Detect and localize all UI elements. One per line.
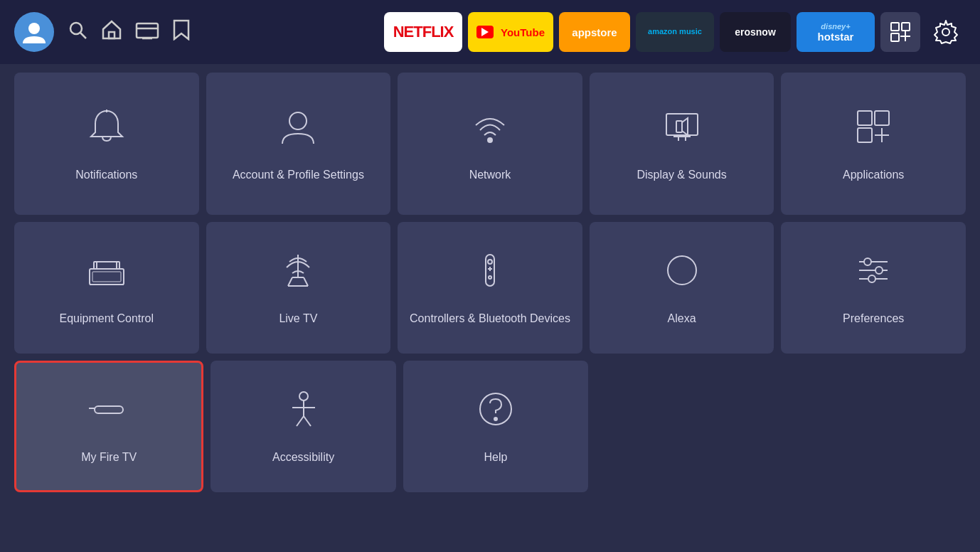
svg-rect-22 — [858, 111, 872, 125]
svg-rect-23 — [875, 111, 889, 125]
grid-row-3: My Fire TV Accessibility — [14, 361, 966, 492]
grid-row-2: Equipment Control Live TV — [14, 222, 966, 354]
hotstar-bottom-label: hotstar — [818, 31, 854, 43]
svg-line-56 — [304, 416, 311, 426]
hotstar-app-button[interactable]: disney+ hotstar — [797, 12, 875, 52]
svg-point-48 — [875, 267, 883, 274]
notifications-label: Notifications — [68, 168, 144, 183]
my-fire-tv-label: My Fire TV — [74, 450, 144, 465]
alexa-tile[interactable]: Alexa — [590, 222, 774, 354]
youtube-play-icon — [476, 26, 494, 38]
hotstar-top-label: disney+ — [821, 22, 850, 31]
avatar[interactable] — [14, 12, 54, 52]
svg-rect-8 — [891, 23, 899, 31]
network-icon — [469, 105, 511, 156]
help-label: Help — [477, 450, 515, 465]
network-tile[interactable]: Network — [398, 73, 582, 215]
header: NETFLIX YouTube appstore amazon music er… — [0, 0, 980, 64]
svg-point-58 — [494, 418, 497, 420]
svg-point-42 — [489, 276, 491, 279]
svg-point-16 — [488, 138, 492, 142]
svg-line-36 — [288, 277, 292, 286]
settings-grid: Notifications Account & Profile Settings — [0, 64, 980, 501]
grid-row-1: Notifications Account & Profile Settings — [14, 73, 966, 215]
netflix-label: NETFLIX — [393, 23, 454, 41]
svg-rect-24 — [858, 128, 872, 142]
home-icon[interactable] — [101, 19, 122, 46]
svg-point-39 — [488, 260, 492, 264]
svg-rect-9 — [902, 23, 910, 31]
appstore-label: appstore — [572, 26, 617, 38]
alexa-label: Alexa — [661, 312, 703, 327]
applications-icon — [852, 105, 895, 156]
equipment-control-tile[interactable]: Equipment Control — [14, 222, 199, 354]
svg-line-2 — [80, 33, 86, 38]
amazon-music-label: amazon music — [648, 27, 702, 36]
amazon-music-app-button[interactable]: amazon music — [636, 12, 714, 52]
display-sounds-icon — [661, 105, 703, 156]
svg-line-37 — [304, 277, 308, 286]
controllers-bluetooth-tile[interactable]: Controllers & Bluetooth Devices — [398, 222, 582, 354]
svg-rect-10 — [891, 33, 899, 41]
live-tv-label: Live TV — [272, 312, 324, 327]
grid-button[interactable] — [880, 12, 920, 52]
applications-tile[interactable]: Applications — [781, 73, 966, 215]
live-tv-tile[interactable]: Live TV — [206, 222, 391, 354]
account-profile-icon — [277, 105, 319, 156]
account-profile-label: Account & Profile Settings — [225, 168, 371, 183]
empty-space — [595, 361, 966, 492]
network-label: Network — [462, 168, 518, 183]
svg-point-1 — [70, 23, 82, 34]
applications-label: Applications — [836, 168, 911, 183]
bookmark-icon[interactable] — [172, 19, 191, 46]
preferences-label: Preferences — [836, 312, 911, 327]
accessibility-tile[interactable]: Accessibility — [211, 361, 395, 492]
svg-line-55 — [297, 416, 304, 426]
youtube-app-button[interactable]: YouTube — [468, 12, 553, 52]
svg-rect-30 — [94, 262, 119, 269]
tv-icon[interactable] — [135, 19, 159, 46]
appstore-app-button[interactable]: appstore — [559, 12, 630, 52]
svg-point-43 — [668, 256, 696, 285]
svg-point-52 — [299, 392, 308, 400]
display-sounds-tile[interactable]: Display & Sounds — [590, 73, 774, 215]
equipment-control-icon — [85, 249, 128, 300]
my-fire-tv-tile[interactable]: My Fire TV — [14, 361, 203, 492]
preferences-icon — [852, 249, 895, 300]
notifications-icon — [85, 105, 128, 156]
svg-point-47 — [864, 258, 871, 265]
notifications-tile[interactable]: Notifications — [14, 73, 199, 215]
display-sounds-label: Display & Sounds — [629, 168, 733, 183]
svg-point-0 — [28, 23, 40, 34]
svg-rect-28 — [92, 272, 121, 282]
header-apps: NETFLIX YouTube appstore amazon music er… — [384, 12, 966, 52]
svg-point-49 — [868, 275, 875, 282]
controllers-bluetooth-label: Controllers & Bluetooth Devices — [403, 312, 577, 327]
settings-button[interactable] — [926, 12, 966, 52]
preferences-tile[interactable]: Preferences — [781, 222, 966, 354]
account-profile-tile[interactable]: Account & Profile Settings — [206, 73, 391, 215]
svg-point-13 — [942, 28, 949, 36]
help-tile[interactable]: Help — [403, 361, 588, 492]
netflix-app-button[interactable]: NETFLIX — [384, 12, 462, 52]
accessibility-label: Accessibility — [265, 450, 341, 465]
accessibility-icon — [282, 388, 325, 439]
svg-rect-3 — [109, 32, 114, 38]
alexa-icon — [661, 249, 703, 300]
svg-rect-4 — [137, 23, 158, 38]
youtube-label: YouTube — [501, 26, 545, 38]
help-icon — [474, 388, 517, 439]
my-fire-tv-icon — [87, 388, 130, 439]
svg-point-15 — [289, 112, 307, 129]
svg-rect-50 — [95, 406, 123, 413]
live-tv-icon — [277, 249, 319, 300]
header-left — [14, 12, 191, 52]
controllers-bluetooth-icon — [469, 249, 511, 300]
svg-rect-21 — [676, 121, 682, 132]
erosnow-app-button[interactable]: erosnow — [720, 12, 791, 52]
search-icon[interactable] — [67, 19, 88, 46]
erosnow-label: erosnow — [735, 26, 776, 38]
equipment-control-label: Equipment Control — [53, 312, 161, 327]
